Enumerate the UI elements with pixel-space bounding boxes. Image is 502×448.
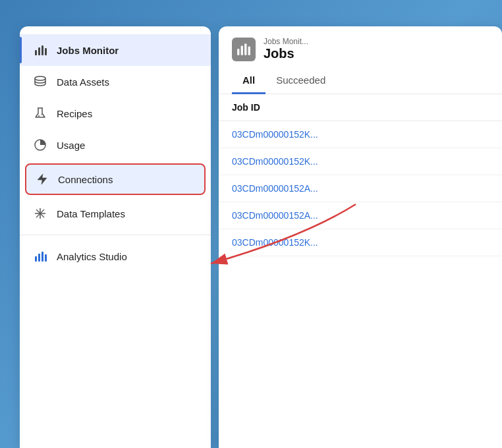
svg-point-4 [35,76,45,80]
analytics-bar-chart-icon [33,249,47,264]
tab-succeeded[interactable]: Succeeded [265,69,336,94]
sidebar-label-connections: Connections [58,174,113,185]
table-row[interactable]: 03CDm00000152K... [219,121,502,148]
panel-header: Jobs Monit... Jobs All Succeeded [219,26,502,94]
pie-chart-icon [33,138,47,152]
table-row[interactable]: 03CDm00000152A... [219,175,502,202]
sidebar-item-analytics-studio[interactable]: Analytics Studio [20,240,211,272]
sidebar-label-recipes: Recipes [57,108,92,119]
table-row[interactable]: 03CDm00000152K... [219,148,502,175]
panel-icon [232,38,256,61]
panel-title-row: Jobs Monit... Jobs [232,37,489,61]
sidebar-label-data-assets: Data Assets [57,76,109,88]
sidebar-item-data-templates[interactable]: Data Templates [20,198,211,229]
sidebar-item-usage[interactable]: Usage [20,129,211,161]
svg-rect-13 [35,256,37,262]
tab-all[interactable]: All [232,69,265,94]
svg-rect-19 [244,43,246,55]
panel-title: Jobs [264,46,308,61]
panel-subtitle: Jobs Monit... [264,37,308,46]
sidebar-item-connections[interactable]: Connections [25,163,206,195]
svg-rect-14 [38,254,40,262]
lightning-icon [34,172,49,186]
svg-point-6 [38,115,40,117]
svg-rect-17 [237,48,239,55]
layers-icon [33,74,47,89]
svg-rect-16 [45,254,47,262]
sidebar-label-jobs-monitor: Jobs Monitor [57,45,119,56]
svg-rect-0 [35,50,37,55]
table-column-header-job-id: Job ID [219,94,502,121]
svg-rect-18 [241,45,243,55]
svg-rect-2 [42,45,43,55]
sidebar-divider [20,235,211,235]
panel-content: Job ID 03CDm00000152K... 03CDm00000152K.… [219,94,502,256]
table-row[interactable]: 03CDm00000152K... [219,229,502,256]
panel-tabs: All Succeeded [232,69,489,94]
svg-rect-3 [45,48,47,55]
svg-rect-15 [42,252,43,262]
svg-rect-1 [38,47,40,55]
sparkle-icon [33,206,47,221]
table-row[interactable]: 03CDm00000152A... [219,202,502,229]
panel-title-text: Jobs Monit... Jobs [264,37,308,61]
flask-icon [33,106,47,121]
sidebar: Jobs Monitor Data Assets [20,26,211,448]
svg-rect-20 [248,46,250,55]
svg-point-7 [41,114,42,115]
sidebar-item-jobs-monitor[interactable]: Jobs Monitor [20,34,211,66]
sidebar-label-analytics-studio: Analytics Studio [57,251,127,262]
bar-chart-icon [33,43,47,57]
right-panel: Jobs Monit... Jobs All Succeeded Job ID … [219,26,502,448]
sidebar-label-data-templates: Data Templates [57,208,125,219]
sidebar-item-data-assets[interactable]: Data Assets [20,66,211,98]
sidebar-item-recipes[interactable]: Recipes [20,98,211,129]
main-container: Jobs Monitor Data Assets [20,26,502,448]
sidebar-label-usage: Usage [57,140,85,151]
